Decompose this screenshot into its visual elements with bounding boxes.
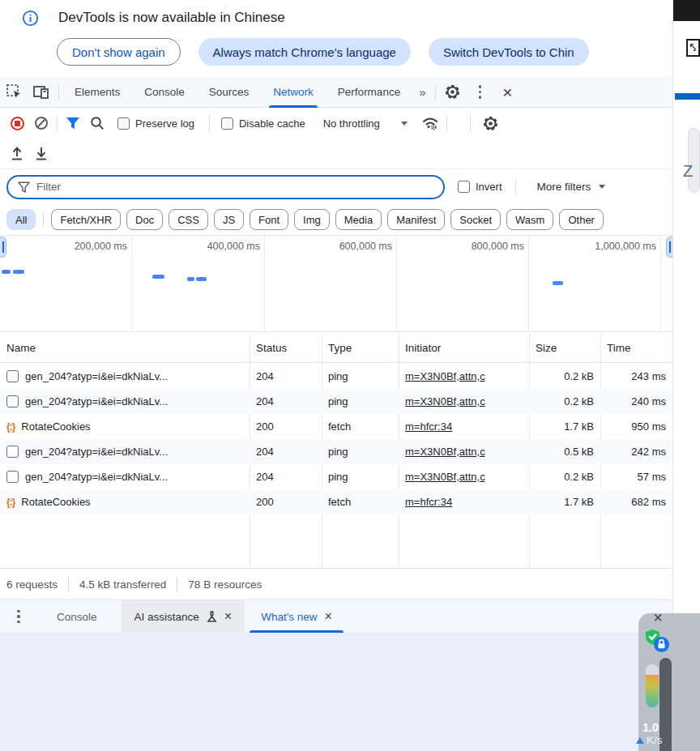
divider <box>515 179 516 195</box>
clear-network-log-button[interactable] <box>29 112 53 134</box>
more-tabs-button[interactable]: » <box>412 85 431 99</box>
initiator-link[interactable]: m=X3N0Bf,attn,c <box>405 446 485 458</box>
throttling-dropdown[interactable]: No throttling <box>323 117 408 130</box>
initiator-link[interactable]: m=hfcr:34 <box>405 420 452 433</box>
search-network-button[interactable] <box>85 112 109 134</box>
chip-all[interactable]: All <box>6 209 36 230</box>
request-name: RotateCookies <box>21 496 90 508</box>
disable-cache-checkbox[interactable] <box>221 117 233 130</box>
settings-gear-icon[interactable] <box>439 80 467 105</box>
chip-js[interactable]: JS <box>214 209 244 230</box>
lock-icon <box>654 637 669 652</box>
chip-other[interactable]: Other <box>559 209 604 230</box>
table-row[interactable]: gen_204?atyp=i&ei=dkNiaLv... 204 ping m=… <box>0 364 672 389</box>
tab-sources[interactable]: Sources <box>197 77 262 108</box>
overview-left-handle[interactable] <box>0 237 6 258</box>
chip-doc[interactable]: Doc <box>126 209 163 230</box>
row-checkbox[interactable] <box>6 471 19 483</box>
download-icon <box>34 146 49 161</box>
page-scrollbar-thumb[interactable] <box>688 128 700 193</box>
overview-tick-label: 400,000 ms <box>207 241 260 252</box>
type-cell: ping <box>322 389 399 414</box>
request-marker <box>152 275 164 279</box>
row-checkbox[interactable] <box>6 446 19 458</box>
request-name: gen_204?atyp=i&ei=dkNiaLv... <box>25 370 168 382</box>
close-devtools-button[interactable]: × <box>494 80 522 105</box>
tab-console[interactable]: Console <box>132 77 197 108</box>
initiator-link[interactable]: m=X3N0Bf,attn,c <box>405 370 485 382</box>
drawer-toolbar: Console AI assistance × What's new × <box>0 600 672 633</box>
record-network-log-button[interactable] <box>5 112 29 134</box>
chip-fetch-xhr[interactable]: Fetch/XHR <box>51 209 121 230</box>
column-header-status[interactable]: Status <box>256 333 287 363</box>
invert-checkbox[interactable] <box>458 181 470 193</box>
chip-font[interactable]: Font <box>250 209 288 230</box>
chip-wasm[interactable]: Wasm <box>506 209 553 230</box>
resources-size: 78 B resources <box>188 578 262 591</box>
table-row[interactable]: {:}RotateCookies 200 fetch m=hfcr:34 1.7… <box>0 414 672 439</box>
record-icon <box>11 117 24 130</box>
inspect-element-button[interactable] <box>0 80 28 105</box>
initiator-link[interactable]: m=X3N0Bf,attn,c <box>405 395 485 408</box>
initiator-link[interactable]: m=hfcr:34 <box>405 496 452 508</box>
import-har-button[interactable] <box>5 143 29 165</box>
infobar-buttons: Don't show again Always match Chrome's l… <box>57 38 589 66</box>
column-header-type[interactable]: Type <box>328 333 352 363</box>
table-row[interactable]: gen_204?atyp=i&ei=dkNiaLv... 204 ping m=… <box>0 464 672 489</box>
table-row[interactable]: gen_204?atyp=i&ei=dkNiaLv... 204 ping m=… <box>0 439 672 464</box>
table-row[interactable]: gen_204?atyp=i&ei=dkNiaLv... 204 ping m=… <box>0 389 672 414</box>
chip-media[interactable]: Media <box>335 209 382 230</box>
row-checkbox[interactable] <box>6 395 19 408</box>
close-drawer-button[interactable]: × <box>648 608 668 627</box>
dont-show-again-button[interactable]: Don't show again <box>57 38 181 66</box>
request-marker <box>13 270 24 274</box>
customize-devtools-button[interactable] <box>467 80 494 105</box>
drawer-tab-whats-new[interactable]: What's new × <box>248 600 345 633</box>
drawer-tab-console[interactable]: Console <box>44 600 110 633</box>
device-toolbar-button[interactable] <box>28 80 55 105</box>
filter-field[interactable] <box>6 175 445 199</box>
funnel-icon <box>66 117 80 130</box>
tab-elements[interactable]: Elements <box>62 77 132 108</box>
flask-icon <box>207 611 217 623</box>
overview-right-handle[interactable] <box>666 237 672 258</box>
row-checkbox[interactable] <box>6 370 19 382</box>
more-filters-label: More filters <box>537 181 591 193</box>
name-cell: {:}RotateCookies <box>0 489 250 514</box>
preserve-log-checkbox[interactable] <box>117 117 130 130</box>
whats-new-tab-label: What's new <box>261 611 317 623</box>
column-header-time[interactable]: Time <box>607 333 631 363</box>
chip-img[interactable]: Img <box>294 209 330 230</box>
filter-input[interactable] <box>36 181 433 193</box>
more-filters-dropdown[interactable]: More filters <box>537 181 606 193</box>
chip-manifest[interactable]: Manifest <box>387 209 445 230</box>
switch-devtools-language-button[interactable]: Switch DevTools to Chin <box>429 38 589 66</box>
export-har-button[interactable] <box>29 143 53 165</box>
drawer-tab-ai-assistance[interactable]: AI assistance × <box>122 600 245 633</box>
filter-toggle-button[interactable] <box>61 112 85 134</box>
request-name: RotateCookies <box>21 420 90 433</box>
chip-socket[interactable]: Socket <box>450 209 501 230</box>
tab-performance[interactable]: Performance <box>326 77 412 108</box>
console-tab-label: Console <box>57 611 97 623</box>
table-row[interactable]: {:}RotateCookies 200 fetch m=hfcr:34 1.7… <box>0 489 672 514</box>
tab-network[interactable]: Network <box>261 77 326 108</box>
column-header-initiator[interactable]: Initiator <box>405 333 441 363</box>
time-cell: 242 ms <box>600 439 672 464</box>
initiator-cell: m=hfcr:34 <box>399 489 529 514</box>
column-header-size[interactable]: Size <box>536 333 557 363</box>
drawer-menu-button[interactable] <box>5 604 32 629</box>
close-ai-tab-icon[interactable]: × <box>224 610 232 623</box>
close-whats-new-tab-icon[interactable]: × <box>325 610 332 623</box>
network-settings-gear-icon[interactable] <box>479 112 503 134</box>
initiator-link[interactable]: m=X3N0Bf,attn,c <box>405 471 485 483</box>
chip-css[interactable]: CSS <box>169 209 208 230</box>
network-conditions-button[interactable] <box>419 112 443 134</box>
language-infobar: DevTools is now available in Chinese Don… <box>0 0 672 77</box>
always-match-language-button[interactable]: Always match Chrome's language <box>198 38 411 66</box>
time-cell: 57 ms <box>600 464 672 489</box>
network-overview[interactable]: 200,000 ms400,000 ms600,000 ms800,000 ms… <box>0 236 672 332</box>
column-header-name[interactable]: Name <box>6 333 36 363</box>
wifi-gear-icon <box>421 115 441 131</box>
size-cell: 1.7 kB <box>529 489 600 514</box>
